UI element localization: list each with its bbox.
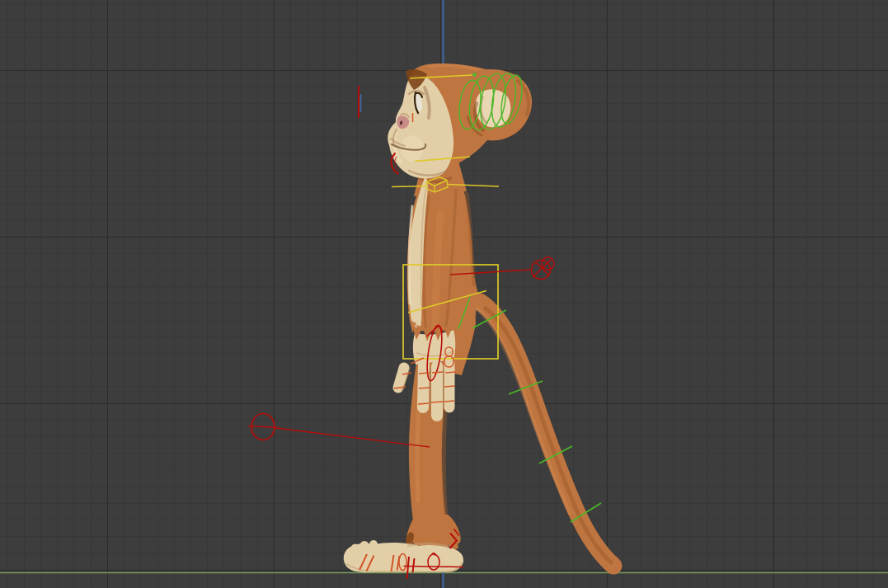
head-top-green-dot[interactable] [472, 73, 477, 77]
viewport-scene [0, 0, 888, 588]
face-axis-marks[interactable] [359, 86, 361, 118]
monkey-eye [415, 92, 422, 113]
monkey-thumb [398, 368, 404, 388]
monkey-character[interactable] [344, 64, 613, 572]
monkey-tail [475, 302, 613, 566]
monkey-foot [344, 513, 463, 572]
3d-viewport[interactable] [0, 0, 888, 588]
knee-pole-control[interactable] [248, 414, 430, 448]
